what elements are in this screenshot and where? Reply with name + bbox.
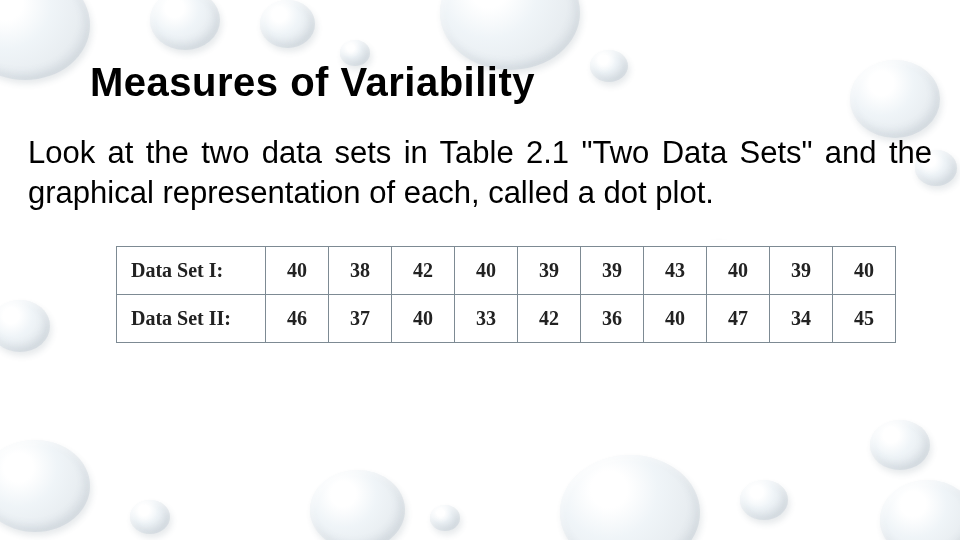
row-label: Data Set I: <box>117 247 266 295</box>
cell: 46 <box>266 295 329 343</box>
cell: 38 <box>329 247 392 295</box>
slide-title: Measures of Variability <box>90 60 932 105</box>
cell: 42 <box>518 295 581 343</box>
data-sets-table: Data Set I: 40 38 42 40 39 39 43 40 39 4… <box>116 246 896 343</box>
cell: 34 <box>770 295 833 343</box>
intro-paragraph: Look at the two data sets in Table 2.1 "… <box>28 133 932 212</box>
cell: 40 <box>707 247 770 295</box>
cell: 39 <box>518 247 581 295</box>
cell: 42 <box>392 247 455 295</box>
cell: 40 <box>644 295 707 343</box>
cell: 40 <box>833 247 896 295</box>
cell: 45 <box>833 295 896 343</box>
cell: 40 <box>266 247 329 295</box>
cell: 39 <box>581 247 644 295</box>
cell: 40 <box>392 295 455 343</box>
cell: 43 <box>644 247 707 295</box>
cell: 39 <box>770 247 833 295</box>
table-row: Data Set II: 46 37 40 33 42 36 40 47 34 … <box>117 295 896 343</box>
cell: 47 <box>707 295 770 343</box>
cell: 36 <box>581 295 644 343</box>
row-label: Data Set II: <box>117 295 266 343</box>
cell: 33 <box>455 295 518 343</box>
data-table-container: Data Set I: 40 38 42 40 39 39 43 40 39 4… <box>110 240 932 363</box>
cell: 40 <box>455 247 518 295</box>
cell: 37 <box>329 295 392 343</box>
table-row: Data Set I: 40 38 42 40 39 39 43 40 39 4… <box>117 247 896 295</box>
